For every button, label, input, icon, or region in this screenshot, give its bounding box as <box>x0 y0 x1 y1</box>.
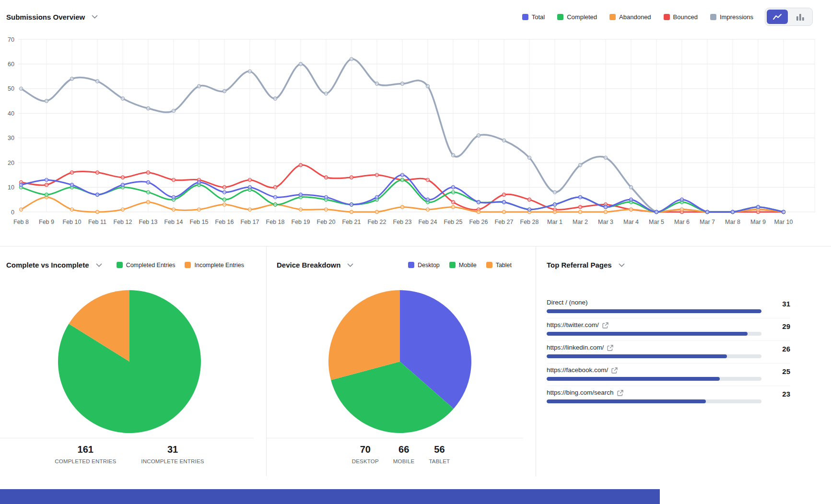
referral-label-text: https://bing.com/search <box>547 389 614 397</box>
complete-vs-incomplete-panel: Complete vs Incomplete Completed Entries… <box>0 246 267 476</box>
stats-divider <box>0 438 254 438</box>
legend-item-bounced[interactable]: Bounced <box>664 13 698 21</box>
top-referral-pages-header: Top Referral Pages <box>547 261 809 269</box>
legend-label: Total <box>532 13 545 21</box>
line-chart-icon <box>772 13 782 20</box>
svg-text:Feb 24: Feb 24 <box>419 219 437 225</box>
chevron-down-icon <box>96 263 102 267</box>
legend-swatch <box>664 14 670 20</box>
legend-label: Incomplete Entries <box>194 262 244 269</box>
legend-item-total[interactable]: Total <box>522 13 545 21</box>
legend-swatch <box>449 262 456 268</box>
stats-divider <box>267 438 523 438</box>
submissions-overview-dropdown[interactable]: Submissions Overview <box>6 13 98 21</box>
svg-text:Feb 14: Feb 14 <box>164 219 183 225</box>
legend-item-abandoned[interactable]: Abandoned <box>609 13 651 21</box>
legend-item-incomplete-entries[interactable]: Incomplete Entries <box>185 262 244 269</box>
referral-bar-track <box>547 309 761 313</box>
legend-label: Desktop <box>418 262 440 269</box>
referral-link[interactable]: https://facebook.com/ <box>547 366 618 374</box>
chevron-down-icon <box>619 263 625 267</box>
svg-text:Feb 21: Feb 21 <box>342 219 361 225</box>
complete-vs-incomplete-dropdown[interactable]: Complete vs Incomplete <box>6 261 102 269</box>
complete-vs-incomplete-legend: Completed EntriesIncomplete Entries <box>117 262 244 269</box>
svg-text:Feb 15: Feb 15 <box>190 219 209 225</box>
svg-text:50: 50 <box>8 85 14 92</box>
svg-text:10: 10 <box>8 184 14 191</box>
line-chart-toggle-button[interactable] <box>767 10 788 24</box>
svg-text:30: 30 <box>8 135 14 141</box>
complete-vs-incomplete-pie <box>58 290 201 434</box>
stat-label: DESKTOP <box>352 458 379 464</box>
referral-label-text: https://twitter.com/ <box>547 321 599 329</box>
stat-completed-entries: 161COMPLETED ENTRIES <box>55 444 116 464</box>
referral-list: Direct / (none)31https://twitter.com/29h… <box>547 296 790 408</box>
legend-item-impressions[interactable]: Impressions <box>710 13 753 21</box>
device-breakdown-title: Device Breakdown <box>277 261 340 269</box>
svg-text:Mar 8: Mar 8 <box>725 219 740 225</box>
referral-bar-fill <box>547 377 720 381</box>
device-breakdown-legend: DesktopMobileTablet <box>408 262 512 269</box>
stat-label: COMPLETED ENTRIES <box>55 458 116 464</box>
device-breakdown-stats: 70DESKTOP66MOBILE56TABLET <box>267 444 535 464</box>
referral-label: Direct / (none) <box>547 299 588 306</box>
svg-text:Feb 28: Feb 28 <box>520 219 539 225</box>
svg-text:60: 60 <box>8 61 14 68</box>
referral-bar-fill <box>547 354 727 358</box>
svg-text:Feb 22: Feb 22 <box>368 219 386 225</box>
device-breakdown-dropdown[interactable]: Device Breakdown <box>277 261 353 269</box>
referral-link[interactable]: https://linkedin.com/ <box>547 344 613 352</box>
stat-tablet: 56TABLET <box>429 444 450 464</box>
top-referral-pages-panel: Top Referral Pages Direct / (none)31http… <box>536 246 831 476</box>
legend-item-completed[interactable]: Completed <box>557 13 597 21</box>
chevron-down-icon <box>92 15 98 19</box>
submissions-line-chart: 010203040506070Feb 8Feb 9Feb 10Feb 11Feb… <box>0 31 815 232</box>
legend-item-tablet[interactable]: Tablet <box>486 262 512 269</box>
referral-link[interactable]: https://bing.com/search <box>547 389 623 397</box>
legend-swatch <box>117 262 123 268</box>
external-link-icon <box>607 345 613 351</box>
bottom-panels: Complete vs Incomplete Completed Entries… <box>0 246 831 476</box>
top-referral-pages-dropdown[interactable]: Top Referral Pages <box>547 261 625 269</box>
legend-label: Tablet <box>496 262 512 269</box>
external-link-icon <box>602 322 609 328</box>
complete-vs-incomplete-title: Complete vs Incomplete <box>6 261 89 269</box>
complete-vs-incomplete-stats: 161COMPLETED ENTRIES31INCOMPLETE ENTRIES <box>0 444 259 464</box>
svg-text:Mar 7: Mar 7 <box>700 219 715 225</box>
complete-vs-incomplete-header: Complete vs Incomplete Completed Entries… <box>6 261 244 269</box>
legend-item-desktop[interactable]: Desktop <box>408 262 440 269</box>
bar-chart-icon <box>796 13 805 21</box>
referral-bar-fill <box>547 309 761 313</box>
referral-label-text: https://linkedin.com/ <box>547 344 604 352</box>
legend-swatch <box>557 14 563 20</box>
referral-link[interactable]: https://twitter.com/ <box>547 321 609 329</box>
top-referral-pages-title: Top Referral Pages <box>547 261 612 269</box>
referral-bar-track <box>547 399 761 403</box>
svg-text:Mar 4: Mar 4 <box>623 219 639 225</box>
device-breakdown-panel: Device Breakdown DesktopMobileTablet 70D… <box>267 246 536 476</box>
svg-text:Feb 9: Feb 9 <box>39 219 54 225</box>
bottom-accent-bar <box>0 489 660 504</box>
legend-item-mobile[interactable]: Mobile <box>449 262 477 269</box>
svg-text:70: 70 <box>8 36 14 43</box>
device-breakdown-header: Device Breakdown DesktopMobileTablet <box>277 261 512 269</box>
svg-text:Feb 20: Feb 20 <box>317 219 336 225</box>
stat-value: 31 <box>141 444 204 455</box>
legend-swatch <box>710 14 716 20</box>
svg-text:Feb 13: Feb 13 <box>139 219 158 225</box>
legend-label: Mobile <box>459 262 477 269</box>
referral-bar-fill <box>547 399 706 403</box>
referral-value: 26 <box>782 345 790 353</box>
bar-chart-toggle-button[interactable] <box>790 10 811 24</box>
referral-value: 23 <box>782 390 790 398</box>
submissions-overview-header: Submissions Overview TotalCompletedAband… <box>6 8 813 26</box>
stat-value: 70 <box>352 444 379 455</box>
chart-type-toggle <box>765 8 813 26</box>
referral-value: 29 <box>782 322 790 330</box>
stat-label: INCOMPLETE ENTRIES <box>141 458 204 464</box>
svg-text:Mar 3: Mar 3 <box>598 219 613 225</box>
external-link-icon <box>617 390 623 396</box>
legend-label: Completed Entries <box>126 262 176 269</box>
legend-item-completed-entries[interactable]: Completed Entries <box>117 262 176 269</box>
referral-row: https://linkedin.com/26 <box>547 341 790 363</box>
